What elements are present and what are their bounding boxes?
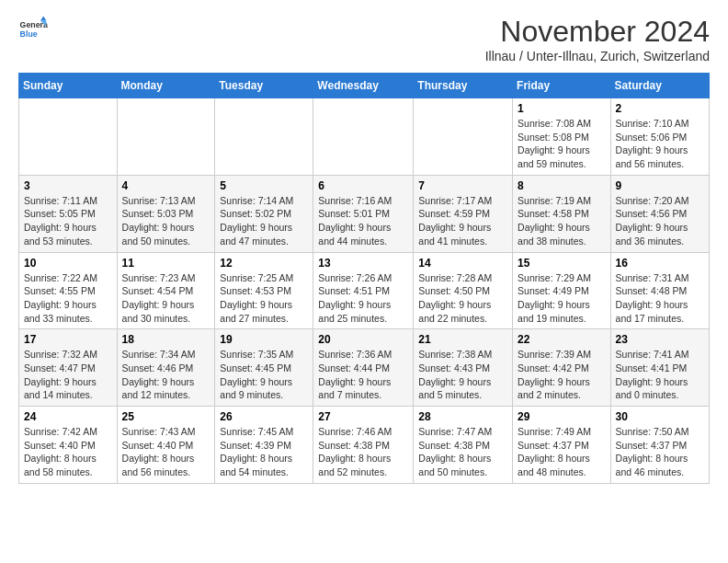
- weekday-header-sunday: Sunday: [19, 74, 118, 98]
- day-number: 3: [24, 179, 112, 192]
- day-cell-28: 28Sunrise: 7:47 AM Sunset: 4:38 PM Dayli…: [414, 407, 513, 484]
- day-cell-20: 20Sunrise: 7:36 AM Sunset: 4:44 PM Dayli…: [313, 329, 414, 407]
- day-info: Sunrise: 7:26 AM Sunset: 4:51 PM Dayligh…: [318, 271, 408, 326]
- day-cell-30: 30Sunrise: 7:50 AM Sunset: 4:37 PM Dayli…: [610, 407, 709, 484]
- day-number: 1: [518, 102, 606, 115]
- day-cell-24: 24Sunrise: 7:42 AM Sunset: 4:40 PM Dayli…: [19, 407, 118, 484]
- day-info: Sunrise: 7:36 AM Sunset: 4:44 PM Dayligh…: [318, 348, 408, 402]
- day-number: 4: [122, 179, 210, 192]
- day-number: 30: [616, 410, 704, 423]
- day-cell-16: 16Sunrise: 7:31 AM Sunset: 4:48 PM Dayli…: [610, 252, 709, 329]
- weekday-header-friday: Friday: [513, 74, 611, 98]
- day-info: Sunrise: 7:32 AM Sunset: 4:47 PM Dayligh…: [24, 348, 112, 402]
- day-cell-2: 2Sunrise: 7:10 AM Sunset: 5:06 PM Daylig…: [610, 98, 709, 176]
- week-row-1: 1Sunrise: 7:08 AM Sunset: 5:08 PM Daylig…: [19, 98, 710, 176]
- day-cell-3: 3Sunrise: 7:11 AM Sunset: 5:05 PM Daylig…: [19, 175, 118, 252]
- day-number: 17: [24, 333, 112, 346]
- day-cell-11: 11Sunrise: 7:23 AM Sunset: 4:54 PM Dayli…: [117, 252, 215, 329]
- weekday-header-tuesday: Tuesday: [215, 74, 313, 98]
- day-number: 16: [616, 257, 704, 270]
- day-cell-15: 15Sunrise: 7:29 AM Sunset: 4:49 PM Dayli…: [513, 252, 611, 329]
- day-number: 8: [518, 179, 606, 192]
- day-number: 5: [220, 179, 308, 192]
- day-number: 27: [318, 410, 408, 423]
- day-number: 9: [616, 179, 704, 192]
- month-title: November 2024: [485, 15, 710, 49]
- week-row-4: 17Sunrise: 7:32 AM Sunset: 4:47 PM Dayli…: [19, 329, 710, 407]
- day-cell-1: 1Sunrise: 7:08 AM Sunset: 5:08 PM Daylig…: [513, 98, 611, 176]
- location: Illnau / Unter-Illnau, Zurich, Switzerla…: [485, 49, 710, 63]
- svg-marker-2: [40, 17, 46, 21]
- empty-cell: [215, 98, 313, 176]
- day-cell-12: 12Sunrise: 7:25 AM Sunset: 4:53 PM Dayli…: [215, 252, 313, 329]
- day-info: Sunrise: 7:17 AM Sunset: 4:59 PM Dayligh…: [418, 194, 507, 248]
- day-number: 23: [616, 333, 704, 346]
- empty-cell: [414, 98, 513, 176]
- day-cell-25: 25Sunrise: 7:43 AM Sunset: 4:40 PM Dayli…: [117, 407, 215, 484]
- day-info: Sunrise: 7:34 AM Sunset: 4:46 PM Dayligh…: [122, 348, 210, 402]
- day-number: 29: [518, 410, 606, 423]
- day-info: Sunrise: 7:50 AM Sunset: 4:37 PM Dayligh…: [616, 425, 704, 479]
- day-info: Sunrise: 7:31 AM Sunset: 4:48 PM Dayligh…: [616, 271, 704, 326]
- logo-icon: General Blue: [18, 15, 48, 44]
- day-cell-23: 23Sunrise: 7:41 AM Sunset: 4:41 PM Dayli…: [610, 329, 709, 407]
- day-cell-13: 13Sunrise: 7:26 AM Sunset: 4:51 PM Dayli…: [313, 252, 414, 329]
- day-number: 11: [122, 257, 210, 270]
- empty-cell: [19, 98, 118, 176]
- day-cell-19: 19Sunrise: 7:35 AM Sunset: 4:45 PM Dayli…: [215, 329, 313, 407]
- day-cell-14: 14Sunrise: 7:28 AM Sunset: 4:50 PM Dayli…: [414, 252, 513, 329]
- day-info: Sunrise: 7:39 AM Sunset: 4:42 PM Dayligh…: [518, 348, 606, 402]
- day-info: Sunrise: 7:43 AM Sunset: 4:40 PM Dayligh…: [122, 425, 210, 479]
- weekday-header-saturday: Saturday: [610, 74, 709, 98]
- weekday-header-row: SundayMondayTuesdayWednesdayThursdayFrid…: [19, 74, 710, 98]
- day-info: Sunrise: 7:25 AM Sunset: 4:53 PM Dayligh…: [220, 271, 308, 326]
- day-info: Sunrise: 7:47 AM Sunset: 4:38 PM Dayligh…: [418, 425, 507, 479]
- day-cell-29: 29Sunrise: 7:49 AM Sunset: 4:37 PM Dayli…: [513, 407, 611, 484]
- weekday-header-monday: Monday: [117, 74, 215, 98]
- day-info: Sunrise: 7:16 AM Sunset: 5:01 PM Dayligh…: [318, 194, 408, 248]
- day-cell-6: 6Sunrise: 7:16 AM Sunset: 5:01 PM Daylig…: [313, 175, 414, 252]
- day-cell-7: 7Sunrise: 7:17 AM Sunset: 4:59 PM Daylig…: [414, 175, 513, 252]
- day-info: Sunrise: 7:46 AM Sunset: 4:38 PM Dayligh…: [318, 425, 408, 479]
- day-info: Sunrise: 7:41 AM Sunset: 4:41 PM Dayligh…: [616, 348, 704, 402]
- calendar-table: SundayMondayTuesdayWednesdayThursdayFrid…: [18, 73, 710, 484]
- day-cell-17: 17Sunrise: 7:32 AM Sunset: 4:47 PM Dayli…: [19, 329, 118, 407]
- day-number: 21: [418, 333, 507, 346]
- logo: General Blue: [18, 15, 48, 44]
- day-info: Sunrise: 7:13 AM Sunset: 5:03 PM Dayligh…: [122, 194, 210, 248]
- day-info: Sunrise: 7:49 AM Sunset: 4:37 PM Dayligh…: [518, 425, 606, 479]
- day-number: 18: [122, 333, 210, 346]
- day-cell-22: 22Sunrise: 7:39 AM Sunset: 4:42 PM Dayli…: [513, 329, 611, 407]
- day-number: 22: [518, 333, 606, 346]
- day-number: 24: [24, 410, 112, 423]
- day-number: 28: [418, 410, 507, 423]
- day-number: 7: [418, 179, 507, 192]
- day-cell-8: 8Sunrise: 7:19 AM Sunset: 4:58 PM Daylig…: [513, 175, 611, 252]
- day-info: Sunrise: 7:08 AM Sunset: 5:08 PM Dayligh…: [518, 117, 606, 171]
- day-cell-26: 26Sunrise: 7:45 AM Sunset: 4:39 PM Dayli…: [215, 407, 313, 484]
- day-info: Sunrise: 7:42 AM Sunset: 4:40 PM Dayligh…: [24, 425, 112, 479]
- day-number: 14: [418, 257, 507, 270]
- day-cell-18: 18Sunrise: 7:34 AM Sunset: 4:46 PM Dayli…: [117, 329, 215, 407]
- day-number: 19: [220, 333, 308, 346]
- day-info: Sunrise: 7:20 AM Sunset: 4:56 PM Dayligh…: [616, 194, 704, 248]
- day-cell-21: 21Sunrise: 7:38 AM Sunset: 4:43 PM Dayli…: [414, 329, 513, 407]
- svg-text:Blue: Blue: [20, 29, 38, 39]
- day-number: 25: [122, 410, 210, 423]
- day-info: Sunrise: 7:23 AM Sunset: 4:54 PM Dayligh…: [122, 271, 210, 326]
- day-number: 2: [616, 102, 704, 115]
- day-cell-27: 27Sunrise: 7:46 AM Sunset: 4:38 PM Dayli…: [313, 407, 414, 484]
- day-info: Sunrise: 7:14 AM Sunset: 5:02 PM Dayligh…: [220, 194, 308, 248]
- day-info: Sunrise: 7:10 AM Sunset: 5:06 PM Dayligh…: [616, 117, 704, 171]
- day-info: Sunrise: 7:29 AM Sunset: 4:49 PM Dayligh…: [518, 271, 606, 326]
- day-cell-10: 10Sunrise: 7:22 AM Sunset: 4:55 PM Dayli…: [19, 252, 118, 329]
- empty-cell: [313, 98, 414, 176]
- weekday-header-wednesday: Wednesday: [313, 74, 414, 98]
- week-row-5: 24Sunrise: 7:42 AM Sunset: 4:40 PM Dayli…: [19, 407, 710, 484]
- weekday-header-thursday: Thursday: [414, 74, 513, 98]
- day-number: 20: [318, 333, 408, 346]
- empty-cell: [117, 98, 215, 176]
- week-row-3: 10Sunrise: 7:22 AM Sunset: 4:55 PM Dayli…: [19, 252, 710, 329]
- day-cell-9: 9Sunrise: 7:20 AM Sunset: 4:56 PM Daylig…: [610, 175, 709, 252]
- day-number: 26: [220, 410, 308, 423]
